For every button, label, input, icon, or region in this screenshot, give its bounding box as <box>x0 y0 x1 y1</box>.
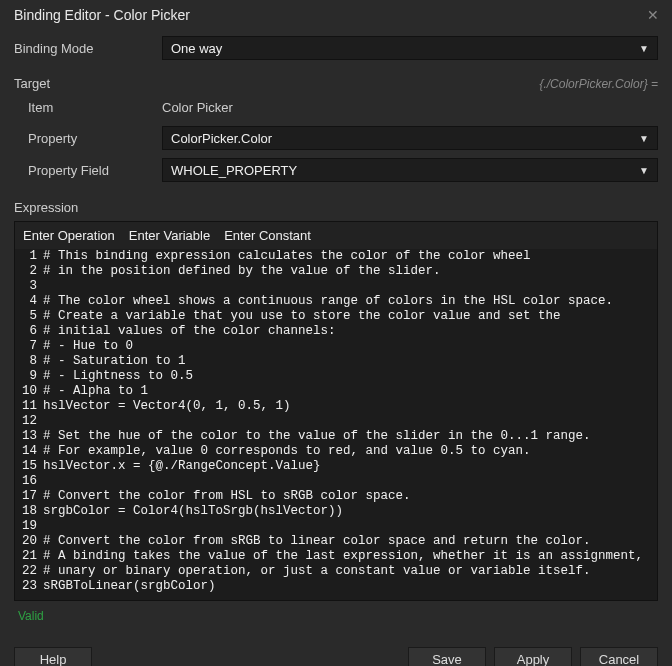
line-number: 6 <box>15 324 43 339</box>
code-text: # unary or binary operation, or just a c… <box>43 564 657 579</box>
enter-variable-button[interactable]: Enter Variable <box>129 228 210 243</box>
code-text: # in the position defined by the value o… <box>43 264 657 279</box>
line-number: 5 <box>15 309 43 324</box>
validation-status: Valid <box>14 601 658 631</box>
line-number: 4 <box>15 294 43 309</box>
target-property-field-select[interactable]: WHOLE_PROPERTY ▼ <box>162 158 658 182</box>
code-text: # A binding takes the value of the last … <box>43 549 657 564</box>
target-item-label: Item <box>14 100 162 115</box>
line-number: 15 <box>15 459 43 474</box>
code-line: 13# Set the hue of the color to the valu… <box>15 429 657 444</box>
cancel-button[interactable]: Cancel <box>580 647 658 666</box>
binding-mode-value: One way <box>171 41 222 56</box>
line-number: 11 <box>15 399 43 414</box>
chevron-down-icon: ▼ <box>639 165 649 176</box>
line-number: 10 <box>15 384 43 399</box>
code-line: 19 <box>15 519 657 534</box>
line-number: 7 <box>15 339 43 354</box>
enter-constant-button[interactable]: Enter Constant <box>224 228 311 243</box>
code-line: 9# - Lightness to 0.5 <box>15 369 657 384</box>
code-text: # - Hue to 0 <box>43 339 657 354</box>
target-item-value: Color Picker <box>162 97 658 118</box>
code-line: 15hslVector.x = {@./RangeConcept.Value} <box>15 459 657 474</box>
code-editor[interactable]: 1# This binding expression calculates th… <box>15 249 657 600</box>
line-number: 22 <box>15 564 43 579</box>
target-property-field-value: WHOLE_PROPERTY <box>171 163 297 178</box>
code-line: 8# - Saturation to 1 <box>15 354 657 369</box>
code-text <box>43 279 657 294</box>
code-line: 18srgbColor = Color4(hslToSrgb(hslVector… <box>15 504 657 519</box>
code-text: hslVector.x = {@./RangeConcept.Value} <box>43 459 657 474</box>
line-number: 23 <box>15 579 43 594</box>
code-text: # The color wheel shows a continuous ran… <box>43 294 657 309</box>
code-text: srgbColor = Color4(hslToSrgb(hslVector)) <box>43 504 657 519</box>
code-text: # - Lightness to 0.5 <box>43 369 657 384</box>
save-button[interactable]: Save <box>408 647 486 666</box>
target-property-row: Property ColorPicker.Color ▼ <box>14 126 658 150</box>
line-number: 19 <box>15 519 43 534</box>
expression-label: Expression <box>14 200 658 215</box>
code-line: 22# unary or binary operation, or just a… <box>15 564 657 579</box>
expression-box: Enter Operation Enter Variable Enter Con… <box>14 221 658 601</box>
target-property-value: ColorPicker.Color <box>171 131 272 146</box>
target-hint: {./ColorPicker.Color} = <box>539 77 658 91</box>
code-line: 3 <box>15 279 657 294</box>
target-property-field-label: Property Field <box>14 163 162 178</box>
code-line: 12 <box>15 414 657 429</box>
content: Binding Mode One way ▼ Target {./ColorPi… <box>0 30 672 641</box>
code-text: # Convert the color from sRGB to linear … <box>43 534 657 549</box>
code-line: 1# This binding expression calculates th… <box>15 249 657 264</box>
line-number: 16 <box>15 474 43 489</box>
titlebar: Binding Editor - Color Picker ✕ <box>0 0 672 30</box>
line-number: 13 <box>15 429 43 444</box>
code-text: # - Alpha to 1 <box>43 384 657 399</box>
code-line: 4# The color wheel shows a continuous ra… <box>15 294 657 309</box>
code-line: 23sRGBToLinear(srgbColor) <box>15 579 657 594</box>
line-number: 12 <box>15 414 43 429</box>
code-line: 7# - Hue to 0 <box>15 339 657 354</box>
close-icon[interactable]: ✕ <box>642 5 664 25</box>
code-text: # Create a variable that you use to stor… <box>43 309 657 324</box>
enter-operation-button[interactable]: Enter Operation <box>23 228 115 243</box>
binding-mode-label: Binding Mode <box>14 41 162 56</box>
line-number: 2 <box>15 264 43 279</box>
code-line: 6# initial values of the color channels: <box>15 324 657 339</box>
line-number: 20 <box>15 534 43 549</box>
expression-toolbar: Enter Operation Enter Variable Enter Con… <box>15 222 657 249</box>
binding-mode-row: Binding Mode One way ▼ <box>14 36 658 60</box>
code-text: sRGBToLinear(srgbColor) <box>43 579 657 594</box>
code-line: 17# Convert the color from HSL to sRGB c… <box>15 489 657 504</box>
target-header: Target {./ColorPicker.Color} = <box>14 76 658 91</box>
help-button[interactable]: Help <box>14 647 92 666</box>
code-text: # This binding expression calculates the… <box>43 249 657 264</box>
code-line: 16 <box>15 474 657 489</box>
line-number: 14 <box>15 444 43 459</box>
target-property-label: Property <box>14 131 162 146</box>
code-text <box>43 474 657 489</box>
line-number: 8 <box>15 354 43 369</box>
binding-mode-select[interactable]: One way ▼ <box>162 36 658 60</box>
code-text: # For example, value 0 corresponds to re… <box>43 444 657 459</box>
code-text <box>43 414 657 429</box>
code-line: 20# Convert the color from sRGB to linea… <box>15 534 657 549</box>
code-line: 5# Create a variable that you use to sto… <box>15 309 657 324</box>
target-label: Target <box>14 76 50 91</box>
line-number: 9 <box>15 369 43 384</box>
apply-button[interactable]: Apply <box>494 647 572 666</box>
line-number: 18 <box>15 504 43 519</box>
code-text <box>43 519 657 534</box>
target-property-select[interactable]: ColorPicker.Color ▼ <box>162 126 658 150</box>
code-text: # - Saturation to 1 <box>43 354 657 369</box>
expression-section: Expression Enter Operation Enter Variabl… <box>14 200 658 631</box>
code-line: 11hslVector = Vector4(0, 1, 0.5, 1) <box>15 399 657 414</box>
code-text: # Set the hue of the color to the value … <box>43 429 657 444</box>
code-text: # Convert the color from HSL to sRGB col… <box>43 489 657 504</box>
window-title: Binding Editor - Color Picker <box>14 7 190 23</box>
line-number: 3 <box>15 279 43 294</box>
code-line: 10# - Alpha to 1 <box>15 384 657 399</box>
line-number: 1 <box>15 249 43 264</box>
chevron-down-icon: ▼ <box>639 43 649 54</box>
target-item-row: Item Color Picker <box>14 97 658 118</box>
target-property-field-row: Property Field WHOLE_PROPERTY ▼ <box>14 158 658 182</box>
footer: Help Save Apply Cancel <box>0 641 672 666</box>
